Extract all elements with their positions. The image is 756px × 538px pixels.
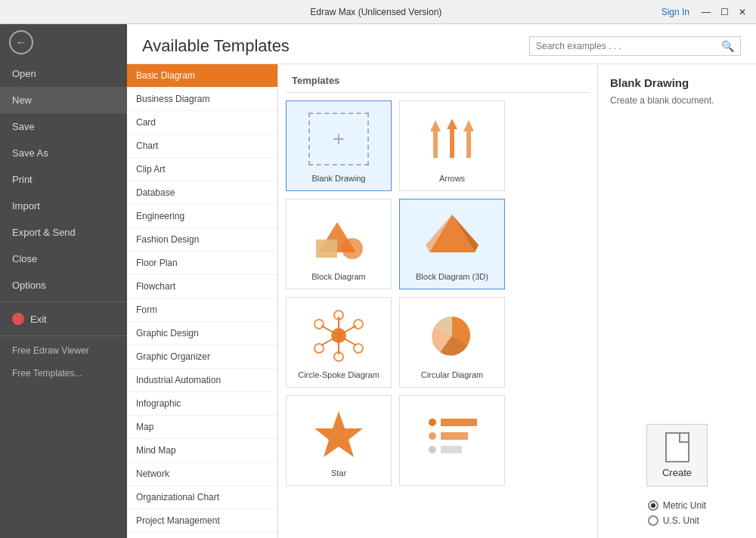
blank-drawing-icon: + <box>294 109 383 169</box>
templates-header: Templates <box>286 72 590 93</box>
category-item-engineering[interactable]: Engineering <box>127 205 277 228</box>
arrows-icon <box>407 109 497 169</box>
bars-icon <box>407 404 497 464</box>
exit-icon <box>12 313 24 325</box>
circular-svg <box>422 309 482 362</box>
templates-row-2: Block Diagram Block Diagram (3 <box>286 199 590 289</box>
unit-options: Metric Unit U.S. Unit <box>648 500 706 526</box>
template-label-blank: Blank Drawing <box>294 174 383 183</box>
title-bar: Sign In Edraw Max (Unlicensed Version) S… <box>0 0 756 24</box>
category-item-orgchart[interactable]: Organizational Chart <box>127 486 277 509</box>
sign-in-button2[interactable]: Sign In <box>655 7 696 17</box>
back-icon: ← <box>16 36 26 48</box>
block3d-icon <box>407 207 497 267</box>
category-item-floorplan[interactable]: Floor Plan <box>127 252 277 275</box>
category-item-graphicdesign[interactable]: Graphic Design <box>127 322 277 345</box>
template-card-blank[interactable]: + Blank Drawing <box>286 100 392 191</box>
category-item-infographic[interactable]: Infographic <box>127 392 277 416</box>
circular-icon <box>407 305 497 366</box>
templates-row-4: Star <box>286 395 590 486</box>
circlespoke-icon <box>294 305 383 366</box>
category-list: Basic Diagram Business Diagram Card Char… <box>127 64 278 538</box>
template-card-bars[interactable]: Bars <box>399 395 505 486</box>
category-item-map[interactable]: Map <box>127 416 277 439</box>
metric-radio[interactable] <box>648 500 658 511</box>
category-item-network[interactable]: Network <box>127 462 277 486</box>
category-item-basic[interactable]: Basic Diagram <box>127 64 277 88</box>
svg-rect-26 <box>441 432 468 440</box>
svg-marker-0 <box>430 120 441 158</box>
block-svg <box>308 211 369 264</box>
category-item-database[interactable]: Database <box>127 181 277 205</box>
sidebar-item-saveas[interactable]: Save As <box>0 140 127 166</box>
search-input[interactable] <box>536 41 721 51</box>
sidebar-item-print[interactable]: Print <box>0 166 127 193</box>
sidebar-item-open[interactable]: Open <box>0 60 127 87</box>
sidebar-item-save[interactable]: Save <box>0 113 127 140</box>
right-panel: Blank Drawing Create a blank document. C… <box>597 64 756 538</box>
template-card-block[interactable]: Block Diagram <box>286 199 392 289</box>
category-item-business[interactable]: Business Diagram <box>127 88 277 111</box>
sidebar-item-exportsend[interactable]: Export & Send <box>0 219 127 246</box>
blank-drawing-desc: Create a blank document. <box>610 95 744 106</box>
template-card-circular[interactable]: Circular Diagram <box>399 297 505 388</box>
svg-point-13 <box>354 320 363 329</box>
minimize-button[interactable]: — <box>699 5 714 20</box>
svg-marker-22 <box>314 411 363 457</box>
svg-point-5 <box>342 238 363 259</box>
page-title: Available Templates <box>142 36 290 56</box>
metric-unit-option[interactable]: Metric Unit <box>648 500 706 511</box>
svg-point-27 <box>429 446 436 453</box>
us-radio[interactable] <box>648 515 658 526</box>
category-item-clipart[interactable]: Clip Art <box>127 158 277 181</box>
template-label-star: Star <box>294 468 383 478</box>
template-label-block: Block Diagram <box>294 272 383 281</box>
content-area: Available Templates 🔍 Basic Diagram Busi… <box>127 24 756 538</box>
us-unit-option[interactable]: U.S. Unit <box>648 515 706 526</box>
category-item-mindmap[interactable]: Mind Map <box>127 439 277 462</box>
svg-rect-28 <box>441 446 462 453</box>
sidebar: ← Open New Save Save As Print Import Exp… <box>0 24 127 538</box>
blank-drawing-title: Blank Drawing <box>610 76 744 89</box>
template-card-star[interactable]: Star <box>286 395 392 486</box>
category-item-graphicorganizer[interactable]: Graphic Organizer <box>127 345 277 369</box>
metric-label: Metric Unit <box>663 500 706 511</box>
sidebar-header: ← <box>0 24 127 60</box>
us-label: U.S. Unit <box>663 515 699 526</box>
sidebar-item-exit[interactable]: Exit <box>0 305 127 332</box>
main-container: ← Open New Save Save As Print Import Exp… <box>0 24 756 538</box>
template-card-circlespoke[interactable]: Circle-Spoke Diagram <box>286 297 392 388</box>
category-item-industrial[interactable]: Industrial Automation <box>127 369 277 392</box>
close-button[interactable]: ✕ <box>735 5 750 20</box>
content-header: Available Templates 🔍 <box>127 24 756 64</box>
sidebar-item-import[interactable]: Import <box>0 193 127 219</box>
category-item-fashion[interactable]: Fashion Design <box>127 228 277 252</box>
app-title: Edraw Max (Unlicensed Version) <box>97 7 655 17</box>
sidebar-divider2 <box>0 335 127 336</box>
category-item-chart[interactable]: Chart <box>127 134 277 158</box>
restore-button[interactable]: ☐ <box>717 5 732 20</box>
template-card-block3d[interactable]: Block Diagram (3D) <box>399 199 505 289</box>
category-item-project[interactable]: Project Management <box>127 509 277 533</box>
category-item-form[interactable]: Form <box>127 298 277 322</box>
create-button[interactable]: Create <box>646 424 708 487</box>
plus-icon: + <box>333 127 345 151</box>
category-item-card[interactable]: Card <box>127 111 277 134</box>
template-label-block3d: Block Diagram (3D) <box>407 272 497 281</box>
templates-row-1: + Blank Drawing <box>286 100 590 191</box>
sidebar-item-freeviewer[interactable]: Free Edraw Viewer <box>0 339 127 362</box>
back-button[interactable]: ← <box>9 30 33 54</box>
svg-point-15 <box>354 344 363 353</box>
templates-row-3: Circle-Spoke Diagram <box>286 297 590 388</box>
category-item-flowchart[interactable]: Flowchart <box>127 275 277 298</box>
sidebar-item-new[interactable]: New <box>0 87 127 113</box>
sidebar-divider <box>0 301 127 302</box>
sidebar-item-close[interactable]: Close <box>0 246 127 272</box>
exit-label: Exit <box>30 314 47 325</box>
sidebar-item-freetemplates[interactable]: Free Templates... <box>0 362 127 385</box>
block-diagram-icon <box>294 207 383 267</box>
template-card-arrows[interactable]: Arrows <box>399 100 505 191</box>
sidebar-item-options[interactable]: Options <box>0 272 127 298</box>
circlespoke-svg <box>308 309 369 362</box>
svg-point-25 <box>429 432 436 440</box>
